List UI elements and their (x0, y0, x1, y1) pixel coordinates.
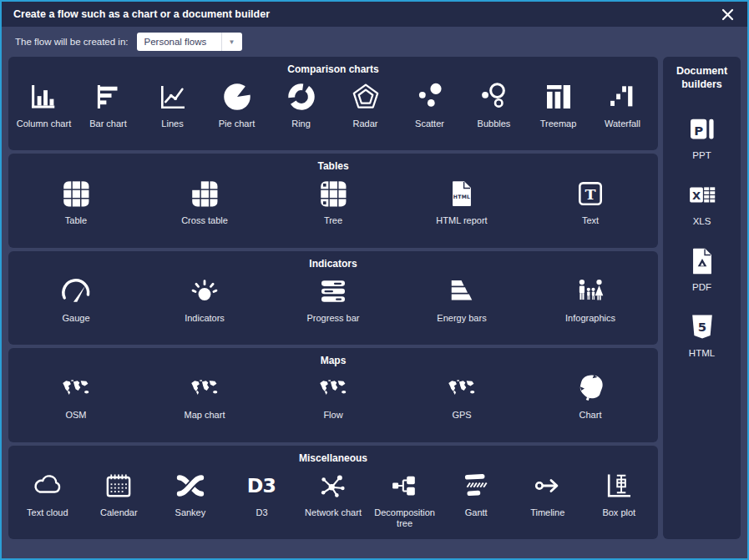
flow-item-radar[interactable]: Radar (333, 79, 397, 130)
dialog-title: Create a flow such as a chart or a docum… (13, 8, 270, 20)
flow-item-label: Gauge (62, 313, 89, 325)
flow-item-text[interactable]: Text (526, 176, 655, 227)
radar-icon (348, 79, 383, 114)
flow-item-sankey[interactable]: Sankey (154, 468, 226, 519)
builder-item-pdf[interactable]: PDF (685, 244, 720, 292)
ring-icon (284, 79, 319, 114)
flow-item-label: OSM (65, 410, 86, 421)
flow-item-label: Network chart (305, 507, 362, 519)
flow-item-tree[interactable]: Tree (269, 176, 397, 227)
flow-item-osm[interactable]: OSM (12, 371, 140, 421)
dialog-titlebar: Create a flow such as a chart or a docum… (2, 2, 747, 27)
flow-item-pie-chart[interactable]: Pie chart (205, 79, 269, 130)
energy-bars-icon (444, 274, 479, 309)
flow-item-timeline[interactable]: Timeline (512, 468, 584, 519)
close-button[interactable] (720, 7, 736, 23)
calendar-icon (101, 468, 136, 503)
builder-item-xls[interactable]: XLS (685, 178, 720, 226)
flow-item-chart[interactable]: Chart (526, 371, 655, 421)
flow-item-text-cloud[interactable]: Text cloud (12, 468, 84, 519)
flow-item-column-chart[interactable]: Column chart (12, 79, 76, 130)
gantt-icon (458, 468, 493, 503)
builder-item-label: PPT (692, 150, 711, 160)
section-comparison-charts: Comparison chartsColumn chartBar chartLi… (8, 57, 658, 150)
flow-item-label: Calendar (100, 507, 138, 519)
section-title: Tables (8, 154, 658, 172)
flow-location-value: Personal flows (137, 37, 221, 47)
flow-item-label: Bar chart (89, 119, 127, 130)
flow-location-select[interactable]: Personal flows ▼ (137, 33, 242, 51)
box-plot-icon (601, 468, 636, 503)
column-chart-icon (27, 79, 62, 114)
infographics-icon (573, 274, 608, 309)
builder-item-label: HTML (689, 348, 715, 358)
html-report-icon (444, 176, 479, 211)
flow-item-label: Sankey (175, 507, 206, 519)
builder-item-html[interactable]: HTML (685, 310, 720, 358)
flow-item-treemap[interactable]: Treemap (526, 79, 590, 130)
flow-item-label: Scatter (415, 119, 444, 130)
world-map-icon (316, 371, 351, 406)
flow-item-label: Table (65, 215, 87, 227)
flow-item-label: Waterfall (605, 119, 640, 130)
flow-item-label: Tree (324, 215, 342, 227)
flow-item-gauge[interactable]: Gauge (12, 274, 140, 325)
flow-item-energy-bars[interactable]: Energy bars (397, 274, 526, 325)
bubbles-icon (477, 79, 512, 114)
flow-item-ring[interactable]: Ring (269, 79, 333, 130)
flow-item-network-chart[interactable]: Network chart (297, 468, 369, 519)
builder-items: PPTXLSPDFHTML (685, 112, 720, 358)
flow-item-label: Chart (579, 410, 602, 421)
flow-item-calendar[interactable]: Calendar (84, 468, 155, 519)
xls-icon (685, 178, 720, 213)
flow-item-bar-chart[interactable]: Bar chart (76, 79, 140, 130)
flow-item-map-chart[interactable]: Map chart (140, 371, 269, 421)
flow-item-d3[interactable]: D3 (226, 468, 298, 519)
flow-item-label: Lines (161, 119, 183, 130)
text-cloud-icon (30, 468, 65, 503)
flow-item-waterfall[interactable]: Waterfall (590, 79, 655, 130)
section-title: Comparison charts (8, 57, 658, 75)
section-title: Miscellaneous (8, 446, 658, 464)
flow-item-html-report[interactable]: HTML report (397, 176, 526, 227)
html5-icon (685, 310, 720, 345)
builder-item-ppt[interactable]: PPT (685, 112, 720, 160)
flow-item-table[interactable]: Table (12, 176, 140, 227)
network-chart-icon (316, 468, 351, 503)
flow-item-gantt[interactable]: Gantt (440, 468, 512, 519)
document-builders-panel: Document builders PPTXLSPDFHTML (663, 57, 741, 539)
flow-item-label: GPS (452, 410, 471, 421)
create-flow-dialog: Create a flow such as a chart or a docum… (0, 0, 749, 560)
flow-location-label: The flow will be created in: (15, 37, 129, 47)
scatter-icon (412, 79, 448, 114)
flow-item-box-plot[interactable]: Box plot (584, 468, 655, 519)
flow-item-progress-bar[interactable]: Progress bar (269, 274, 397, 325)
section-indicators: IndicatorsGaugeIndicatorsProgress barEne… (8, 251, 658, 345)
flow-item-flow[interactable]: Flow (269, 371, 397, 421)
flow-item-label: Energy bars (437, 313, 486, 325)
sections: Comparison chartsColumn chartBar chartLi… (8, 57, 658, 539)
flow-item-cross-table[interactable]: Cross table (140, 176, 269, 227)
flow-item-infographics[interactable]: Infographics (526, 274, 655, 325)
sankey-icon (173, 468, 208, 503)
timeline-icon (530, 468, 565, 503)
flow-item-label: Box plot (602, 507, 635, 519)
flow-item-label: Progress bar (307, 313, 360, 325)
cross-table-icon (187, 176, 222, 211)
flow-item-decomposition-tree[interactable]: Decomposition tree (369, 468, 441, 531)
indicators-icon (187, 274, 222, 309)
section-title: Maps (8, 348, 658, 366)
flow-item-bubbles[interactable]: Bubbles (462, 79, 526, 130)
gauge-icon (58, 274, 94, 309)
world-map-icon (58, 371, 94, 406)
flow-item-indicators[interactable]: Indicators (140, 274, 269, 325)
flow-item-scatter[interactable]: Scatter (397, 79, 462, 130)
flow-item-lines[interactable]: Lines (140, 79, 205, 130)
waterfall-icon (605, 79, 640, 114)
pie-chart-icon (220, 79, 255, 114)
tree-icon (316, 176, 351, 211)
flow-item-label: Infographics (565, 313, 615, 325)
section-maps: MapsOSMMap chartFlowGPSChart (8, 348, 658, 441)
d3-icon (244, 468, 279, 503)
flow-item-gps[interactable]: GPS (397, 371, 526, 421)
